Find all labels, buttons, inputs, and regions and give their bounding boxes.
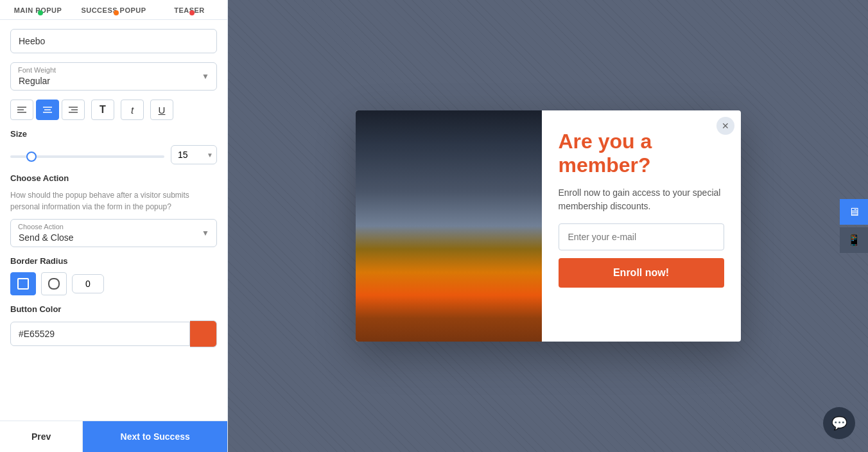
- mobile-button[interactable]: 📱: [840, 227, 868, 253]
- panel-content: Heebo Font Weight Regular Bold Light ▼: [0, 20, 227, 421]
- border-square-button[interactable]: [10, 272, 36, 295]
- button-color-input[interactable]: #E65529: [10, 322, 190, 346]
- size-row: 15 ▼: [10, 145, 217, 164]
- formatting-row: T t U: [10, 100, 217, 120]
- align-right-button[interactable]: [62, 100, 85, 120]
- chat-icon: 💬: [831, 415, 847, 431]
- size-chevron: ▼: [207, 152, 213, 159]
- prev-button[interactable]: Prev: [0, 421, 83, 452]
- enroll-button[interactable]: Enroll now!: [559, 258, 724, 288]
- bottom-bar: Prev Next to Success: [0, 421, 227, 452]
- shoe-illustration: [356, 110, 542, 342]
- border-radius-label: Border Radius: [10, 256, 217, 266]
- choose-action-group: Choose Action How should the popup behav…: [10, 173, 217, 247]
- popup-content: ✕ Are you a member? Enroll now to gain a…: [542, 110, 741, 342]
- device-icons: 🖥 📱: [840, 199, 868, 253]
- popup-title: Are you a member?: [559, 130, 724, 177]
- underline-button[interactable]: U: [150, 100, 173, 120]
- font-family-input[interactable]: Heebo: [10, 29, 217, 53]
- desktop-button[interactable]: 🖥: [840, 199, 868, 225]
- button-color-swatch[interactable]: [190, 320, 217, 347]
- square-icon: [17, 278, 29, 290]
- popup-image: [356, 110, 542, 342]
- popup-modal: ✕ Are you a member? Enroll now to gain a…: [356, 110, 741, 342]
- preview-area: ✕ Are you a member? Enroll now to gain a…: [228, 0, 868, 452]
- border-rounded-button[interactable]: [41, 272, 67, 295]
- popup-close-button[interactable]: ✕: [716, 117, 734, 135]
- font-weight-group: Font Weight Regular Bold Light ▼: [10, 62, 217, 91]
- tab-main[interactable]: MAIN POPUP: [0, 0, 76, 19]
- size-group: Size 15 ▼: [10, 129, 217, 164]
- font-weight-wrapper: Font Weight Regular Bold Light ▼: [10, 62, 217, 91]
- color-row: #E65529: [10, 320, 217, 347]
- choose-action-wrapper: Choose Action Send & Close Send & Redire…: [10, 219, 217, 247]
- font-family-group: Heebo: [10, 29, 217, 53]
- choose-action-desc: How should the popup behave after a visi…: [10, 189, 217, 213]
- choose-action-label: Choose Action: [10, 173, 217, 183]
- italic-button[interactable]: t: [121, 100, 144, 120]
- size-slider-container: [10, 149, 164, 161]
- border-radius-row: 0: [10, 272, 217, 295]
- next-success-button[interactable]: Next to Success: [83, 421, 227, 452]
- close-icon: ✕: [722, 121, 729, 131]
- left-panel: MAIN POPUP SUCCESS POPUP TEASER Heebo Fo…: [0, 0, 228, 452]
- popup-description: Enroll now to gain access to your specia…: [559, 186, 724, 213]
- tab-teaser-dot: [189, 10, 195, 15]
- size-input-wrap: 15 ▼: [171, 145, 217, 164]
- choose-action-select[interactable]: Send & Close Send & Redirect Close Only: [10, 219, 217, 247]
- tab-teaser[interactable]: TEASER: [152, 0, 227, 19]
- align-center-button[interactable]: [36, 100, 59, 120]
- tabs-bar: MAIN POPUP SUCCESS POPUP TEASER: [0, 0, 227, 20]
- border-radius-group: Border Radius 0: [10, 256, 217, 295]
- rounded-icon: [48, 278, 60, 290]
- size-slider[interactable]: [10, 155, 164, 158]
- chat-button[interactable]: 💬: [823, 407, 855, 439]
- email-input[interactable]: [559, 223, 724, 250]
- align-left-button[interactable]: [10, 100, 33, 120]
- size-label: Size: [10, 129, 217, 139]
- desktop-icon: 🖥: [848, 205, 860, 219]
- mobile-icon: 📱: [847, 233, 861, 247]
- tab-success-dot: [114, 10, 119, 15]
- button-color-group: Button Color #E65529: [10, 304, 217, 347]
- tab-success[interactable]: SUCCESS POPUP: [76, 0, 152, 19]
- bold-button[interactable]: T: [91, 100, 114, 120]
- border-radius-input[interactable]: 0: [72, 274, 104, 293]
- font-weight-select[interactable]: Regular Bold Light: [10, 62, 217, 91]
- tab-main-dot: [38, 10, 43, 15]
- button-color-label: Button Color: [10, 304, 217, 314]
